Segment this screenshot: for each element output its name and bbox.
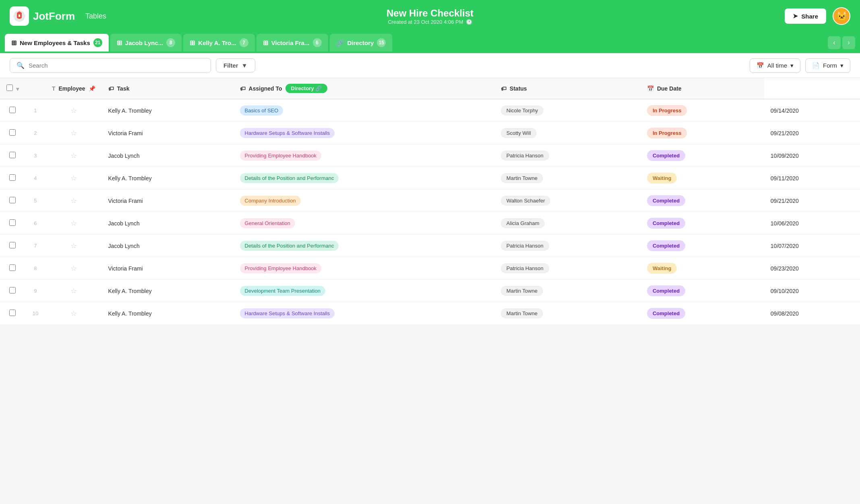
text-icon: T	[52, 85, 56, 92]
tab-jacob[interactable]: ⊞ Jacob Lync... 8	[110, 34, 182, 52]
tab-kelly[interactable]: ⊞ Kelly A. Tro... 7	[183, 34, 254, 52]
row-task-badge-10[interactable]: Hardware Setups & Software Installs	[240, 308, 335, 318]
row-checkbox-4[interactable]	[9, 174, 16, 181]
row-status-badge-2[interactable]: In Progress	[647, 128, 687, 138]
tab-new-employees-icon: ⊞	[11, 39, 17, 47]
form-select[interactable]: 📄 Form ▾	[805, 58, 850, 73]
row-checkbox-9[interactable]	[9, 287, 16, 293]
row-checkbox-cell-7	[0, 235, 25, 257]
row-task-4: Details of the Position and Performanc	[234, 167, 494, 190]
row-num-2: 2	[25, 122, 45, 145]
search-box[interactable]: 🔍	[10, 58, 211, 73]
row-num-6: 6	[25, 212, 45, 235]
row-star-cell-8: ☆	[45, 257, 102, 280]
col-employee-header[interactable]: T Employee 📌	[45, 78, 102, 99]
row-task-badge-9[interactable]: Development Team Presentation	[240, 286, 325, 296]
tab-next-button[interactable]: ›	[842, 36, 855, 49]
row-star-8[interactable]: ☆	[70, 264, 77, 273]
calendar2-icon: 📅	[647, 85, 654, 92]
row-star-7[interactable]: ☆	[70, 242, 77, 250]
row-star-9[interactable]: ☆	[70, 287, 77, 295]
row-star-6[interactable]: ☆	[70, 219, 77, 227]
tab-new-employees[interactable]: ⊞ New Employees & Tasks 21	[5, 34, 109, 52]
row-star-1[interactable]: ☆	[70, 107, 77, 115]
row-assigned-8: Patricia Hanson	[494, 257, 641, 280]
row-num-4: 4	[25, 167, 45, 190]
row-task-badge-8[interactable]: Providing Employee Handbook	[240, 263, 322, 273]
row-checkbox-cell-4	[0, 167, 25, 190]
row-status-9: Completed	[641, 280, 764, 302]
select-all-checkbox[interactable]	[6, 85, 13, 91]
form-icon: 📄	[812, 62, 820, 69]
row-checkbox-cell-6	[0, 212, 25, 235]
row-checkbox-8[interactable]	[9, 264, 16, 271]
col-assigned-header[interactable]: 🏷 Assigned To Directory 🔗	[234, 78, 494, 99]
row-task-badge-5[interactable]: Company Introduction	[240, 196, 301, 206]
row-task-badge-2[interactable]: Hardware Setups & Software Installs	[240, 128, 335, 138]
tab-directory[interactable]: 🔗 Directory 15	[330, 34, 393, 52]
tab-prev-button[interactable]: ‹	[828, 36, 841, 49]
row-status-badge-4[interactable]: Waiting	[647, 173, 677, 184]
row-assigned-1: Nicole Torphy	[494, 99, 641, 122]
logo-area: JotForm Tables	[10, 6, 106, 26]
search-input[interactable]	[29, 62, 204, 69]
row-assigned-badge-4: Martin Towne	[501, 173, 543, 183]
alltime-select[interactable]: 📅 All time ▾	[750, 58, 800, 73]
row-star-4[interactable]: ☆	[70, 174, 77, 182]
avatar[interactable]: 🐱	[833, 7, 850, 25]
share-button[interactable]: ➤ Share	[785, 8, 826, 24]
row-assigned-5: Walton Schaefer	[494, 190, 641, 212]
row-task-9: Development Team Presentation	[234, 280, 494, 302]
directory-badge[interactable]: Directory 🔗	[285, 84, 328, 93]
col-task-header[interactable]: 🏷 Task	[102, 78, 234, 99]
col-status-header[interactable]: 🏷 Status	[494, 78, 641, 99]
row-status-badge-9[interactable]: Completed	[647, 285, 685, 296]
tab-victoria-badge: 6	[313, 38, 322, 47]
filter-button[interactable]: Filter ▼	[216, 58, 255, 72]
row-employee-6: Jacob Lynch	[102, 212, 234, 235]
row-checkbox-7[interactable]	[9, 242, 16, 248]
row-checkbox-1[interactable]	[9, 107, 16, 113]
tab-new-employees-badge: 21	[93, 38, 102, 47]
share-icon: ➤	[793, 12, 798, 20]
row-task-badge-3[interactable]: Providing Employee Handbook	[240, 151, 322, 161]
row-task-badge-6[interactable]: General Orientation	[240, 218, 295, 228]
row-task-badge-7[interactable]: Details of the Position and Performanc	[240, 241, 339, 251]
row-status-badge-1[interactable]: In Progress	[647, 105, 687, 116]
table-row: 3 ☆ Jacob Lynch Providing Employee Handb…	[0, 145, 860, 167]
row-status-badge-5[interactable]: Completed	[647, 195, 685, 206]
row-task-badge-1[interactable]: Basics of SEO	[240, 105, 283, 116]
row-status-badge-3[interactable]: Completed	[647, 150, 685, 161]
row-checkbox-cell-5	[0, 190, 25, 212]
row-star-5[interactable]: ☆	[70, 197, 77, 205]
row-checkbox-5[interactable]	[9, 197, 16, 203]
row-assigned-badge-8: Patricia Hanson	[501, 263, 549, 273]
row-assigned-2: Scotty Will	[494, 122, 641, 145]
row-checkbox-10[interactable]	[9, 310, 16, 316]
tab-victoria[interactable]: ⊞ Victoria Fra... 6	[256, 34, 328, 52]
row-duedate-1: 09/14/2020	[764, 99, 860, 122]
toolbar-right: 📅 All time ▾ 📄 Form ▾	[750, 58, 850, 73]
row-assigned-9: Martin Towne	[494, 280, 641, 302]
row-assigned-badge-1: Nicole Torphy	[501, 105, 544, 116]
row-star-cell-5: ☆	[45, 190, 102, 212]
tab-directory-icon: 🔗	[336, 39, 344, 47]
row-star-10[interactable]: ☆	[70, 310, 77, 318]
row-status-badge-10[interactable]: Completed	[647, 308, 685, 319]
row-status-badge-7[interactable]: Completed	[647, 240, 685, 251]
tag3-icon: 🏷	[501, 85, 506, 92]
row-checkbox-2[interactable]	[9, 129, 16, 136]
row-star-3[interactable]: ☆	[70, 152, 77, 160]
row-status-badge-8[interactable]: Waiting	[647, 263, 677, 274]
row-status-badge-6[interactable]: Completed	[647, 218, 685, 229]
row-task-badge-4[interactable]: Details of the Position and Performanc	[240, 173, 339, 183]
row-checkbox-3[interactable]	[9, 152, 16, 158]
row-employee-3: Jacob Lynch	[102, 145, 234, 167]
header-center: New Hire Checklist Created at 23 Oct 202…	[387, 8, 473, 25]
row-star-2[interactable]: ☆	[70, 129, 77, 137]
row-star-cell-10: ☆	[45, 302, 102, 325]
row-checkbox-6[interactable]	[9, 219, 16, 226]
row-status-4: Waiting	[641, 167, 764, 190]
col-duedate-header[interactable]: 📅 Due Date	[641, 78, 764, 99]
row-task-2: Hardware Setups & Software Installs	[234, 122, 494, 145]
